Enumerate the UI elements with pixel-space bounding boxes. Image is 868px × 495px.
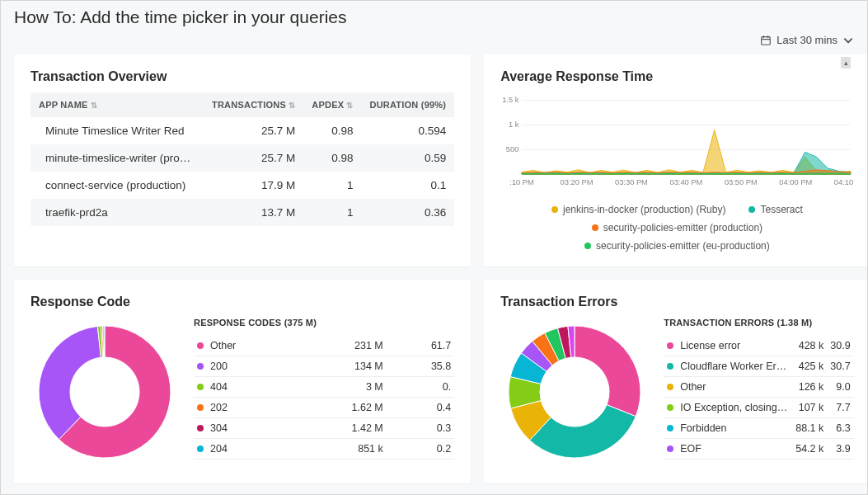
- cell-duration: 0.36: [362, 199, 455, 226]
- legend-row[interactable]: EOF54.2 k3.9: [664, 439, 853, 460]
- donut-slice[interactable]: [104, 326, 105, 357]
- legend-dot: [551, 206, 558, 213]
- cell-transactions: 25.7 M: [204, 117, 303, 144]
- legend-item[interactable]: security-policies-emitter (eu-production…: [584, 240, 770, 252]
- legend-dot: [667, 446, 673, 452]
- legend-label: 204: [207, 439, 289, 460]
- legend-label: security-policies-emitter (eu-production…: [596, 240, 770, 252]
- svg-text:03:30 PM: 03:30 PM: [615, 178, 648, 186]
- panel-transaction-overview: Transaction Overview APP NAME⇅ TRANSACTI…: [14, 54, 471, 266]
- legend-row[interactable]: 200134 M35.8: [194, 356, 454, 377]
- legend-label: Other: [207, 336, 289, 356]
- donut-response-code[interactable]: [30, 318, 179, 466]
- cell-duration: 0.59: [362, 144, 455, 172]
- legend-dot: [748, 206, 755, 213]
- cell-duration: 0.594: [362, 117, 455, 144]
- legend-row[interactable]: 204851 k0.2: [194, 439, 454, 460]
- area-chart[interactable]: 5001 k1.5 k:10 PM03:20 PM03:30 PM03:40 P…: [500, 92, 853, 191]
- table-row[interactable]: connect-service (production)17.9 M10.1: [30, 172, 454, 199]
- chevron-down-icon: [842, 35, 854, 46]
- svg-text::10 PM: :10 PM: [510, 178, 534, 186]
- legend-pct: 61.7: [387, 336, 454, 356]
- legend-count: 231 M: [289, 336, 387, 356]
- legend-dot: [197, 342, 204, 349]
- legend-dot: [197, 384, 204, 390]
- calendar-icon: [760, 35, 772, 46]
- legend-label: License error: [677, 336, 792, 356]
- legend-label: EOF: [677, 439, 792, 460]
- transaction-errors-legend: License error428 k30.9Cloudflare Worker …: [664, 336, 853, 460]
- legend-row[interactable]: 2021.62 M0.4: [194, 398, 454, 418]
- legend-row[interactable]: Cloudflare Worker Err…425 k30.7: [664, 356, 853, 377]
- legend-title: RESPONSE CODES (375 M): [194, 318, 454, 328]
- cell-app-name: minute-timeslice-writer (produ…: [30, 144, 204, 172]
- legend-pct: 0.4: [387, 398, 454, 418]
- cell-app-name: connect-service (production): [30, 172, 204, 199]
- legend-row[interactable]: 3041.42 M0.3: [194, 418, 454, 439]
- time-picker[interactable]: Last 30 mins: [760, 34, 854, 46]
- legend-item[interactable]: jenkins-in-docker (production) (Ruby): [551, 204, 725, 215]
- table-row[interactable]: Minute Timeslice Writer Red25.7 M0.980.5…: [30, 117, 454, 144]
- svg-rect-0: [762, 36, 771, 45]
- cell-duration: 0.1: [362, 172, 455, 199]
- col-app-name[interactable]: APP NAME⇅: [30, 92, 204, 117]
- legend-count: 107 k: [792, 398, 827, 418]
- overview-table: APP NAME⇅ TRANSACTIONS⇅ APDEX⇅ DURATION …: [30, 92, 454, 226]
- col-transactions[interactable]: TRANSACTIONS⇅: [204, 92, 303, 117]
- cell-apdex: 1: [303, 172, 361, 199]
- legend-item[interactable]: security-policies-emitter (production): [592, 222, 762, 233]
- legend-label: Cloudflare Worker Err…: [677, 356, 792, 377]
- legend-row[interactable]: IO Exception, closing c…107 k7.7: [664, 398, 853, 418]
- legend-dot: [667, 425, 673, 431]
- donut-transaction-errors[interactable]: [500, 318, 649, 466]
- area-series: [522, 173, 851, 174]
- legend-pct: 7.7: [827, 398, 853, 418]
- scroll-up-indicator[interactable]: ▴: [841, 57, 851, 68]
- panel-response-time: Average Response Time 5001 k1.5 k:10 PM0…: [484, 54, 868, 266]
- legend-label: jenkins-in-docker (production) (Ruby): [563, 204, 725, 215]
- legend-count: 428 k: [792, 336, 827, 356]
- response-code-legend: Other231 M61.7200134 M35.84043 M0.2021.6…: [194, 336, 454, 460]
- table-row[interactable]: minute-timeslice-writer (produ…25.7 M0.9…: [30, 144, 454, 172]
- col-duration[interactable]: DURATION (99%): [362, 92, 455, 117]
- cell-transactions: 17.9 M: [204, 172, 303, 199]
- legend-row[interactable]: 4043 M0.: [194, 377, 454, 398]
- legend-pct: 30.9: [827, 336, 853, 356]
- cell-apdex: 1: [303, 199, 361, 226]
- legend-label: Other: [677, 377, 792, 398]
- response-time-legend: jenkins-in-docker (production) (Ruby)Tes…: [500, 204, 853, 252]
- legend-row[interactable]: Forbidden88.1 k6.3: [664, 418, 853, 439]
- legend-label: 200: [207, 356, 289, 377]
- legend-item[interactable]: Tesseract: [748, 204, 802, 215]
- legend-label: security-policies-emitter (production): [603, 222, 762, 233]
- legend-dot: [667, 342, 673, 349]
- legend-row[interactable]: Other126 k9.0: [664, 377, 853, 398]
- legend-row[interactable]: License error428 k30.9: [664, 336, 853, 356]
- legend-count: 134 M: [289, 356, 387, 377]
- cell-app-name: Minute Timeslice Writer Red: [30, 117, 204, 144]
- donut-slice[interactable]: [575, 326, 640, 417]
- legend-count: 851 k: [289, 439, 387, 460]
- panel-response-code: Response Code RESPONSE CODES (375 M) Oth…: [14, 280, 471, 483]
- legend-row[interactable]: Other231 M61.7: [194, 336, 454, 356]
- svg-text:03:40 PM: 03:40 PM: [670, 178, 703, 186]
- panel-title: Average Response Time: [500, 69, 853, 84]
- legend-label: Tesseract: [760, 204, 802, 215]
- legend-count: 425 k: [792, 356, 827, 377]
- legend-pct: 30.7: [827, 356, 853, 377]
- legend-dot: [667, 404, 673, 411]
- col-apdex[interactable]: APDEX⇅: [303, 92, 361, 117]
- sort-icon: ⇅: [289, 101, 295, 110]
- legend-dot: [584, 243, 591, 249]
- page-title: How To: Add the time picker in your quer…: [14, 7, 854, 27]
- svg-text:04:00 PM: 04:00 PM: [780, 178, 813, 186]
- legend-dot: [197, 425, 204, 431]
- donut-slice[interactable]: [39, 326, 101, 439]
- legend-pct: 3.9: [827, 439, 853, 460]
- panel-title: Transaction Overview: [30, 69, 454, 84]
- legend-pct: 9.0: [827, 377, 853, 398]
- table-row[interactable]: traefik-prd2a13.7 M10.36: [30, 199, 454, 226]
- legend-pct: 6.3: [827, 418, 853, 439]
- panel-title: Transaction Errors: [500, 295, 853, 309]
- legend-dot: [667, 363, 673, 370]
